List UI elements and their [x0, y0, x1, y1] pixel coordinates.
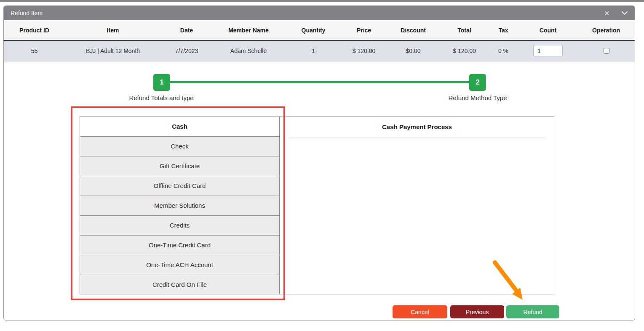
cell-product-id: 55 — [4, 40, 65, 61]
modal-titlebar: Refund Item ✕ — [4, 6, 635, 20]
operation-checkbox[interactable] — [604, 48, 609, 54]
cell-discount: $0.00 — [386, 40, 441, 61]
payment-process-title: Cash Payment Process — [280, 123, 554, 130]
stepper-step-1-label: Refund Totals and type — [94, 94, 229, 101]
payment-method-item-check[interactable]: Check — [80, 137, 279, 156]
col-header-price: Price — [342, 20, 386, 40]
close-icon[interactable]: ✕ — [604, 10, 609, 16]
cell-price: $ 120.00 — [342, 40, 386, 61]
col-header-quantity: Quantity — [285, 20, 342, 40]
cancel-button[interactable]: Cancel — [393, 305, 447, 318]
cell-item: BJJ | Adult 12 Month — [65, 40, 161, 61]
stepper-connector-line — [169, 81, 470, 83]
payment-method-item-one-time-ach-account[interactable]: One-Time ACH Account — [80, 255, 279, 275]
col-header-operation: Operation — [577, 20, 635, 40]
stepper-step-2[interactable]: 2 — [469, 74, 486, 91]
payment-process-panel: Cash Payment Process — [280, 117, 554, 294]
col-header-count: Count — [518, 20, 577, 40]
stepper-step-2-label: Refund Method Type — [410, 94, 545, 101]
count-input[interactable] — [533, 45, 563, 56]
cell-quantity: 1 — [285, 40, 342, 61]
col-header-tax: Tax — [488, 20, 518, 40]
col-header-product-id: Product ID — [4, 20, 65, 40]
table-header-row: Product ID Item Date Member Name Quantit… — [4, 20, 635, 40]
col-header-date: Date — [161, 20, 212, 40]
cell-total: $ 120.00 — [441, 40, 488, 61]
payment-method-item-gift-certificate[interactable]: Gift Certificate — [80, 156, 279, 176]
col-header-member-name: Member Name — [212, 20, 285, 40]
payment-method-item-member-solutions[interactable]: Member Solutions — [80, 196, 279, 216]
refund-button[interactable]: Refund — [506, 305, 559, 318]
payment-method-item-credit-card-on-file[interactable]: Credit Card On File — [80, 275, 279, 294]
chevron-down-icon[interactable] — [621, 11, 628, 15]
panel-divider — [289, 138, 545, 138]
payment-method-item-offline-credit-card[interactable]: Offline Credit Card — [80, 176, 279, 196]
previous-button[interactable]: Previous — [450, 305, 504, 318]
col-header-total: Total — [441, 20, 488, 40]
modal-title: Refund Item — [11, 10, 43, 16]
col-header-item: Item — [65, 20, 161, 40]
cell-date: 7/7/2023 — [161, 40, 212, 61]
col-header-discount: Discount — [386, 20, 441, 40]
payment-method-item-one-time-credit-card[interactable]: One-Time Credit Card — [80, 236, 279, 255]
payment-method-list: Cash Check Gift Certificate Offline Cred… — [80, 117, 280, 294]
refund-item-modal: Refund Item ✕ Product ID Item Date Membe… — [3, 5, 635, 320]
refund-items-table: Product ID Item Date Member Name Quantit… — [4, 20, 635, 61]
table-row: 55 BJJ | Adult 12 Month 7/7/2023 Adam Sc… — [4, 40, 635, 61]
payment-method-item-credits[interactable]: Credits — [80, 216, 279, 236]
stepper-step-1[interactable]: 1 — [153, 74, 170, 91]
cell-member-name: Adam Schelle — [212, 40, 285, 61]
payment-method-item-cash[interactable]: Cash — [80, 117, 279, 137]
background-window-strip — [0, 0, 644, 2]
cell-tax: 0 % — [488, 40, 518, 61]
